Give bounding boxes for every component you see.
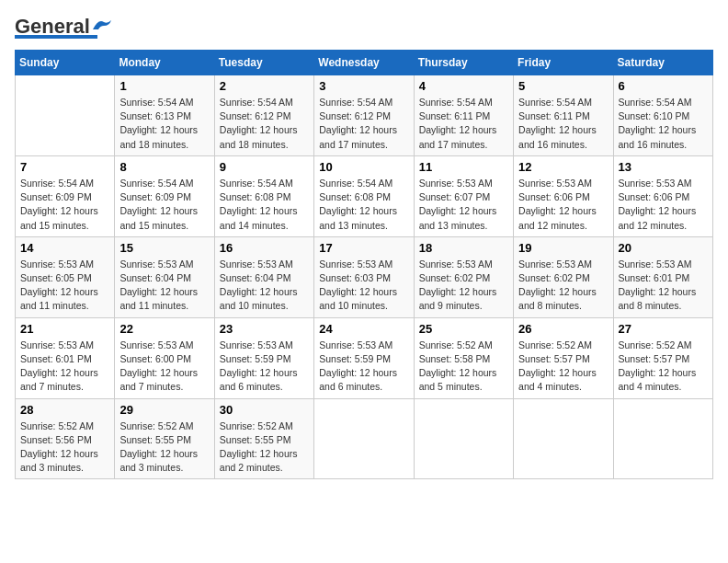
calendar-cell — [514, 398, 613, 479]
day-info: Sunrise: 5:53 AM Sunset: 6:02 PM Dayligh… — [419, 258, 508, 314]
day-number: 11 — [419, 160, 508, 174]
day-number: 25 — [419, 322, 508, 336]
day-info: Sunrise: 5:54 AM Sunset: 6:09 PM Dayligh… — [119, 177, 209, 233]
col-header-monday: Monday — [115, 51, 214, 75]
day-number: 13 — [619, 160, 708, 174]
week-row-4: 21Sunrise: 5:53 AM Sunset: 6:01 PM Dayli… — [16, 317, 713, 398]
day-number: 22 — [119, 322, 209, 336]
day-info: Sunrise: 5:54 AM Sunset: 6:12 PM Dayligh… — [220, 96, 309, 152]
day-number: 15 — [119, 241, 209, 255]
calendar-cell: 23Sunrise: 5:53 AM Sunset: 5:59 PM Dayli… — [214, 317, 313, 398]
day-number: 2 — [220, 79, 309, 93]
day-info: Sunrise: 5:54 AM Sunset: 6:08 PM Dayligh… — [319, 177, 408, 233]
page-header: General — [15, 15, 713, 39]
calendar-cell: 17Sunrise: 5:53 AM Sunset: 6:03 PM Dayli… — [314, 236, 414, 317]
day-number: 3 — [319, 79, 408, 93]
day-info: Sunrise: 5:53 AM Sunset: 6:06 PM Dayligh… — [619, 177, 708, 233]
day-number: 14 — [20, 241, 109, 255]
day-info: Sunrise: 5:52 AM Sunset: 5:55 PM Dayligh… — [220, 419, 309, 476]
day-number: 17 — [319, 241, 408, 255]
calendar-cell: 9Sunrise: 5:54 AM Sunset: 6:08 PM Daylig… — [214, 155, 313, 236]
week-row-2: 7Sunrise: 5:54 AM Sunset: 6:09 PM Daylig… — [16, 155, 713, 236]
calendar-cell: 5Sunrise: 5:54 AM Sunset: 6:11 PM Daylig… — [514, 75, 613, 156]
day-info: Sunrise: 5:53 AM Sunset: 5:59 PM Dayligh… — [319, 339, 408, 395]
day-number: 9 — [220, 160, 309, 174]
calendar-cell: 25Sunrise: 5:52 AM Sunset: 5:58 PM Dayli… — [414, 317, 513, 398]
calendar-cell: 13Sunrise: 5:53 AM Sunset: 6:06 PM Dayli… — [613, 155, 712, 236]
day-number: 30 — [220, 403, 309, 417]
day-info: Sunrise: 5:53 AM Sunset: 6:04 PM Dayligh… — [220, 258, 309, 314]
day-number: 5 — [518, 79, 608, 93]
calendar-cell: 7Sunrise: 5:54 AM Sunset: 6:09 PM Daylig… — [16, 155, 115, 236]
calendar-cell: 3Sunrise: 5:54 AM Sunset: 6:12 PM Daylig… — [314, 75, 414, 156]
calendar-cell: 19Sunrise: 5:53 AM Sunset: 6:02 PM Dayli… — [514, 236, 613, 317]
calendar-cell: 21Sunrise: 5:53 AM Sunset: 6:01 PM Dayli… — [16, 317, 115, 398]
day-number: 21 — [20, 322, 109, 336]
day-number: 8 — [119, 160, 209, 174]
calendar-cell: 2Sunrise: 5:54 AM Sunset: 6:12 PM Daylig… — [214, 75, 313, 156]
day-info: Sunrise: 5:53 AM Sunset: 6:04 PM Dayligh… — [119, 258, 209, 314]
calendar-cell: 8Sunrise: 5:54 AM Sunset: 6:09 PM Daylig… — [115, 155, 214, 236]
calendar-cell: 28Sunrise: 5:52 AM Sunset: 5:56 PM Dayli… — [16, 398, 115, 479]
day-number: 7 — [20, 160, 109, 174]
col-header-friday: Friday — [514, 51, 613, 75]
day-number: 4 — [419, 79, 508, 93]
calendar-cell: 16Sunrise: 5:53 AM Sunset: 6:04 PM Dayli… — [214, 236, 313, 317]
calendar-cell: 10Sunrise: 5:54 AM Sunset: 6:08 PM Dayli… — [314, 155, 414, 236]
day-info: Sunrise: 5:54 AM Sunset: 6:10 PM Dayligh… — [619, 96, 708, 152]
day-info: Sunrise: 5:54 AM Sunset: 6:08 PM Dayligh… — [220, 177, 309, 233]
day-info: Sunrise: 5:53 AM Sunset: 6:03 PM Dayligh… — [319, 258, 408, 314]
calendar-cell — [314, 398, 414, 479]
logo-bird-icon — [91, 17, 111, 33]
day-number: 27 — [619, 322, 708, 336]
calendar-cell: 29Sunrise: 5:52 AM Sunset: 5:55 PM Dayli… — [115, 398, 214, 479]
week-row-3: 14Sunrise: 5:53 AM Sunset: 6:05 PM Dayli… — [16, 236, 713, 317]
day-number: 12 — [518, 160, 608, 174]
day-number: 29 — [119, 403, 209, 417]
day-info: Sunrise: 5:54 AM Sunset: 6:11 PM Dayligh… — [419, 96, 508, 152]
day-info: Sunrise: 5:53 AM Sunset: 6:01 PM Dayligh… — [619, 258, 708, 314]
logo-underline — [15, 35, 97, 39]
calendar-cell: 20Sunrise: 5:53 AM Sunset: 6:01 PM Dayli… — [613, 236, 712, 317]
day-number: 16 — [220, 241, 309, 255]
day-info: Sunrise: 5:54 AM Sunset: 6:13 PM Dayligh… — [119, 96, 209, 152]
day-info: Sunrise: 5:53 AM Sunset: 6:01 PM Dayligh… — [20, 339, 109, 395]
week-row-1: 1Sunrise: 5:54 AM Sunset: 6:13 PM Daylig… — [16, 75, 713, 156]
day-number: 18 — [419, 241, 508, 255]
day-info: Sunrise: 5:54 AM Sunset: 6:11 PM Dayligh… — [518, 96, 608, 152]
col-header-sunday: Sunday — [16, 51, 115, 75]
calendar-cell: 6Sunrise: 5:54 AM Sunset: 6:10 PM Daylig… — [613, 75, 712, 156]
col-header-wednesday: Wednesday — [314, 51, 414, 75]
day-number: 20 — [619, 241, 708, 255]
day-number: 28 — [20, 403, 109, 417]
day-info: Sunrise: 5:53 AM Sunset: 6:07 PM Dayligh… — [419, 177, 508, 233]
day-info: Sunrise: 5:54 AM Sunset: 6:12 PM Dayligh… — [319, 96, 408, 152]
calendar-cell: 4Sunrise: 5:54 AM Sunset: 6:11 PM Daylig… — [414, 75, 513, 156]
week-row-5: 28Sunrise: 5:52 AM Sunset: 5:56 PM Dayli… — [16, 398, 713, 479]
day-info: Sunrise: 5:52 AM Sunset: 5:57 PM Dayligh… — [518, 339, 608, 395]
calendar-cell: 11Sunrise: 5:53 AM Sunset: 6:07 PM Dayli… — [414, 155, 513, 236]
day-info: Sunrise: 5:53 AM Sunset: 6:05 PM Dayligh… — [20, 258, 109, 314]
day-info: Sunrise: 5:54 AM Sunset: 6:09 PM Dayligh… — [20, 177, 109, 233]
calendar-cell: 27Sunrise: 5:52 AM Sunset: 5:57 PM Dayli… — [613, 317, 712, 398]
col-header-tuesday: Tuesday — [214, 51, 313, 75]
calendar-cell — [16, 75, 115, 156]
calendar-cell — [613, 398, 712, 479]
day-number: 23 — [220, 322, 309, 336]
calendar-cell — [414, 398, 513, 479]
calendar-table: SundayMondayTuesdayWednesdayThursdayFrid… — [15, 50, 713, 479]
day-info: Sunrise: 5:53 AM Sunset: 5:59 PM Dayligh… — [220, 339, 309, 395]
calendar-cell: 18Sunrise: 5:53 AM Sunset: 6:02 PM Dayli… — [414, 236, 513, 317]
calendar-cell: 14Sunrise: 5:53 AM Sunset: 6:05 PM Dayli… — [16, 236, 115, 317]
day-info: Sunrise: 5:53 AM Sunset: 6:00 PM Dayligh… — [119, 339, 209, 395]
day-info: Sunrise: 5:52 AM Sunset: 5:57 PM Dayligh… — [619, 339, 708, 395]
calendar-cell: 26Sunrise: 5:52 AM Sunset: 5:57 PM Dayli… — [514, 317, 613, 398]
day-info: Sunrise: 5:52 AM Sunset: 5:58 PM Dayligh… — [419, 339, 508, 395]
day-number: 10 — [319, 160, 408, 174]
calendar-cell: 30Sunrise: 5:52 AM Sunset: 5:55 PM Dayli… — [214, 398, 313, 479]
calendar-cell: 12Sunrise: 5:53 AM Sunset: 6:06 PM Dayli… — [514, 155, 613, 236]
calendar-cell: 22Sunrise: 5:53 AM Sunset: 6:00 PM Dayli… — [115, 317, 214, 398]
calendar-cell: 15Sunrise: 5:53 AM Sunset: 6:04 PM Dayli… — [115, 236, 214, 317]
col-header-saturday: Saturday — [613, 51, 712, 75]
day-number: 24 — [319, 322, 408, 336]
